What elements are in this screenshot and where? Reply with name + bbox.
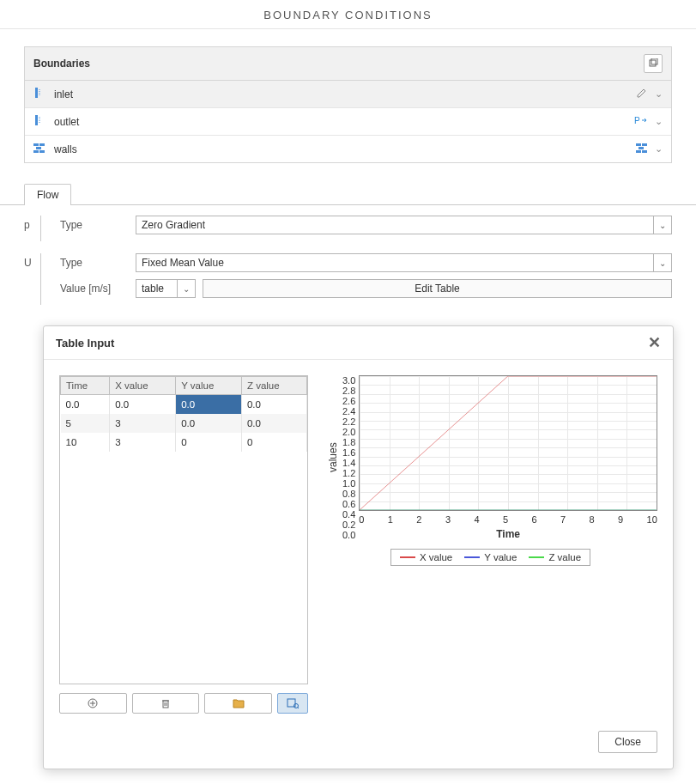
boundary-row-walls[interactable]: walls⌄: [25, 136, 671, 162]
boundary-label: inlet: [54, 88, 627, 100]
boundary-right-icon: P: [634, 114, 648, 129]
chevron-down-icon: ⌄: [653, 216, 666, 234]
svg-rect-2: [35, 88, 38, 98]
boundary-label: walls: [54, 143, 627, 155]
chevron-down-icon: ⌄: [177, 280, 190, 297]
svg-rect-9: [36, 147, 41, 149]
patch-type-icon: [33, 114, 45, 129]
chevron-down-icon[interactable]: ⌄: [655, 88, 663, 100]
boundary-row-outlet[interactable]: outletP⌄: [25, 108, 671, 136]
boundary-label: outlet: [54, 116, 626, 128]
svg-rect-15: [636, 150, 641, 153]
svg-rect-0: [650, 60, 656, 66]
svg-rect-7: [33, 143, 39, 146]
table-input-dialog: Table Input ✕ TimeX valueY valueZ value …: [43, 325, 674, 351]
field-p-type-value: Zero Gradient: [142, 219, 205, 231]
chevron-down-icon[interactable]: ⌄: [655, 116, 663, 127]
svg-rect-14: [639, 147, 644, 149]
field-u-value-mode: table: [142, 283, 164, 295]
edit-table-button[interactable]: Edit Table: [203, 279, 672, 298]
field-u-row: U Type Fixed Mean Value ⌄ Value [m/s] ta…: [24, 253, 672, 305]
field-u-type-select[interactable]: Fixed Mean Value ⌄: [136, 253, 672, 272]
svg-rect-16: [642, 150, 647, 153]
chevron-down-icon[interactable]: ⌄: [655, 143, 663, 155]
boundary-right-icon: [636, 142, 648, 156]
boundary-right-icon: [636, 87, 648, 101]
field-p-label: p: [24, 216, 41, 241]
svg-text:P: P: [634, 116, 640, 125]
field-u-value-mode-select[interactable]: table ⌄: [136, 279, 196, 298]
field-u-label: U: [24, 253, 41, 305]
svg-rect-12: [636, 143, 641, 146]
svg-rect-1: [651, 58, 657, 64]
boundary-row-inlet[interactable]: inlet⌄: [25, 81, 671, 108]
svg-rect-8: [39, 143, 45, 146]
close-icon[interactable]: ✕: [648, 335, 661, 350]
tabs-row: Flow: [0, 184, 696, 205]
field-u-value-label: Value [m/s]: [60, 283, 129, 295]
field-p-type-label: Type: [60, 219, 129, 231]
boundaries-panel: Boundaries inlet⌄outletP⌄walls⌄: [0, 29, 696, 163]
dialog-title: Table Input: [56, 337, 114, 349]
copy-icon[interactable]: [644, 54, 663, 73]
patch-type-icon: [33, 87, 45, 101]
svg-rect-11: [39, 150, 45, 153]
svg-rect-10: [33, 150, 39, 153]
svg-rect-13: [642, 143, 647, 146]
field-p-row: p Type Zero Gradient ⌄: [24, 216, 672, 241]
patch-type-icon: [33, 142, 45, 156]
page-title: BOUNDARY CONDITIONS: [0, 0, 696, 29]
field-u-type-value: Fixed Mean Value: [142, 257, 224, 269]
chevron-down-icon: ⌄: [653, 254, 666, 271]
svg-rect-4: [35, 115, 38, 125]
tab-flow[interactable]: Flow: [24, 184, 71, 205]
field-u-type-label: Type: [60, 257, 129, 269]
boundaries-header: Boundaries: [25, 47, 671, 81]
boundaries-header-label: Boundaries: [33, 58, 90, 70]
field-p-type-select[interactable]: Zero Gradient ⌄: [136, 216, 672, 234]
